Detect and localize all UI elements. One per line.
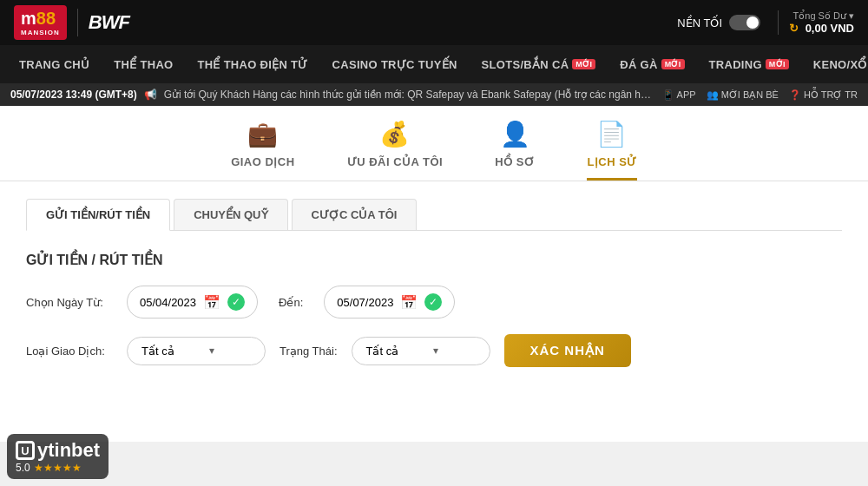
date-from-value: 05/04/2023 bbox=[140, 296, 196, 309]
nav-item-trading[interactable]: TRADING MỚI bbox=[697, 45, 801, 83]
refresh-icon[interactable]: ↻ bbox=[789, 22, 799, 35]
date-from-check-icon: ✓ bbox=[227, 293, 245, 311]
nav-item-trang-chu[interactable]: TRANG CHỦ bbox=[7, 45, 102, 83]
trang-thai-select[interactable]: Tất cả ▾ bbox=[352, 337, 490, 365]
trang-thai-select-wrapper: Tất cả ▾ bbox=[352, 337, 490, 365]
main-nav: TRANG CHỦ THỂ THAO THỂ THAO ĐIỆN TỬ CASI… bbox=[0, 45, 868, 83]
ticker-speaker-icon: 📢 bbox=[144, 89, 157, 101]
nav-item-da-ga[interactable]: ĐÁ GÀ MỚI bbox=[608, 45, 696, 83]
sub-tabs: GỬI TIỀN/RÚT TIỀN CHUYỂN QUỸ CƯỢC CỦA TÔ… bbox=[26, 199, 842, 231]
dark-mode-switch[interactable] bbox=[729, 15, 760, 30]
watermark-u-icon: U bbox=[16, 441, 35, 460]
nav-item-casino[interactable]: CASINO TRỰC TUYẾN bbox=[320, 45, 470, 83]
ticker-support-link[interactable]: ❓ HỖ TRỢ TR bbox=[789, 89, 858, 101]
daga-badge: MỚI bbox=[661, 59, 685, 69]
nav-item-the-thao[interactable]: THỂ THAO bbox=[102, 45, 185, 83]
ticker-actions: 📱 APP 👥 MỜI BẠN BÈ ❓ HỖ TRỢ TR bbox=[662, 89, 858, 101]
ticker-bar: 05/07/2023 13:49 (GMT+8) 📢 Gửi tới Quý K… bbox=[0, 83, 868, 106]
watermark-stars: ★★★★★ bbox=[34, 462, 82, 474]
filter-row: Loại Giao Dịch: Tất cả ▾ Trạng Thái: Tất… bbox=[26, 334, 842, 367]
watermark-rating: 5.0 ★★★★★ bbox=[16, 462, 82, 474]
slots-badge: MỚI bbox=[572, 59, 595, 69]
trang-thai-chevron-down-icon: ▾ bbox=[433, 345, 438, 357]
section-title: GỬI TIỀN / RÚT TIỀN bbox=[26, 252, 842, 268]
calendar-from-icon: 📅 bbox=[203, 294, 220, 311]
dark-mode-label: NỀN TỐI bbox=[677, 16, 722, 30]
nav-item-the-thao-dt[interactable]: THỂ THAO ĐIỆN TỬ bbox=[185, 45, 319, 83]
logo-bwf: BWF bbox=[89, 11, 129, 34]
account-nav: 💼 GIAO DỊCH 💰 ƯU ĐÃI CỦA TÔI 👤 HỒ SƠ 📄 L… bbox=[0, 106, 868, 181]
ticker-app-link[interactable]: 📱 APP bbox=[662, 89, 695, 101]
tab-ho-so-label: HỒ SƠ bbox=[495, 155, 535, 168]
loai-value: Tất cả bbox=[141, 345, 174, 358]
confirm-button[interactable]: XÁC NHẬN bbox=[504, 334, 631, 367]
loai-select-wrapper: Tất cả ▾ bbox=[127, 337, 266, 365]
sub-tab-gui-rut[interactable]: GỬI TIỀN/RÚT TIỀN bbox=[26, 199, 170, 231]
tab-uu-dai-label: ƯU ĐÃI CỦA TÔI bbox=[347, 155, 444, 168]
balance-label: Tổng Số Dư ▾ bbox=[789, 10, 854, 22]
trang-thai-label: Trạng Thái: bbox=[279, 345, 338, 358]
trang-thai-value: Tất cả bbox=[366, 345, 399, 358]
watermark: U ytinbet 5.0 ★★★★★ bbox=[7, 434, 108, 479]
wallet-icon: 💼 bbox=[247, 120, 279, 148]
date-to-check-icon: ✓ bbox=[424, 293, 442, 311]
tab-ho-so[interactable]: 👤 HỒ SƠ bbox=[495, 120, 535, 181]
ticker-text: Gửi tới Quý Khách Hàng các hình thức gửi… bbox=[164, 89, 655, 101]
tab-giao-dich-label: GIAO DỊCH bbox=[231, 155, 295, 168]
tab-uu-dai[interactable]: 💰 ƯU ĐÃI CỦA TÔI bbox=[347, 120, 444, 181]
logo-m88: m88 MANSION bbox=[14, 5, 67, 40]
balance-info: Tổng Số Dư ▾ ↻ 0,00 VND bbox=[778, 10, 854, 35]
sub-tab-cuoc[interactable]: CƯỢC CỦA TÔI bbox=[292, 199, 418, 230]
balance-amount: ↻ 0,00 VND bbox=[789, 22, 854, 35]
date-from-input[interactable]: 05/04/2023 📅 ✓ bbox=[127, 286, 258, 319]
dark-mode-toggle[interactable]: NỀN TỐI bbox=[677, 15, 760, 30]
nav-item-keno[interactable]: KENO/XỔ SỐ bbox=[801, 45, 868, 83]
loai-select[interactable]: Tất cả ▾ bbox=[127, 337, 266, 365]
ticker-invite-link[interactable]: 👥 MỜI BẠN BÈ bbox=[707, 89, 779, 101]
date-row: Chọn Ngày Từ: 05/04/2023 📅 ✓ Đến: 05/07/… bbox=[26, 286, 842, 319]
date-from-label: Chọn Ngày Từ: bbox=[26, 296, 113, 309]
gift-icon: 💰 bbox=[379, 120, 411, 148]
date-to-input[interactable]: 05/07/2023 📅 ✓ bbox=[324, 286, 455, 319]
to-label: Đến: bbox=[279, 296, 303, 309]
user-icon: 👤 bbox=[500, 120, 531, 148]
main-content: GỬI TIỀN/RÚT TIỀN CHUYỂN QUỸ CƯỢC CỦA TÔ… bbox=[0, 181, 868, 442]
history-icon: 📄 bbox=[596, 120, 628, 148]
logo-divider bbox=[77, 9, 78, 36]
date-to-value: 05/07/2023 bbox=[337, 296, 393, 309]
header: m88 MANSION BWF NỀN TỐI Tổng Số Dư ▾ ↻ 0… bbox=[0, 0, 868, 45]
tab-lich-su[interactable]: 📄 LỊCH SỬ bbox=[587, 120, 637, 181]
nav-item-slots[interactable]: SLOTS/BẮN CÁ MỚI bbox=[470, 45, 608, 83]
loai-label: Loại Giao Dịch: bbox=[26, 345, 113, 358]
date-to-wrapper: 05/07/2023 📅 ✓ bbox=[324, 286, 455, 319]
sub-tab-chuyen-quy[interactable]: CHUYỂN QUỸ bbox=[174, 199, 287, 230]
tab-lich-su-label: LỊCH SỬ bbox=[587, 155, 637, 168]
watermark-brand: U ytinbet bbox=[16, 439, 100, 462]
loai-chevron-down-icon: ▾ bbox=[209, 345, 214, 357]
date-from-wrapper: 05/04/2023 📅 ✓ bbox=[127, 286, 258, 319]
tab-giao-dich[interactable]: 💼 GIAO DỊCH bbox=[231, 120, 295, 181]
ticker-date: 05/07/2023 13:49 (GMT+8) bbox=[10, 89, 137, 101]
calendar-to-icon: 📅 bbox=[400, 294, 418, 311]
trading-badge: MỚI bbox=[766, 59, 789, 69]
watermark-score: 5.0 bbox=[16, 462, 30, 474]
watermark-brand-text: ytinbet bbox=[37, 439, 100, 462]
